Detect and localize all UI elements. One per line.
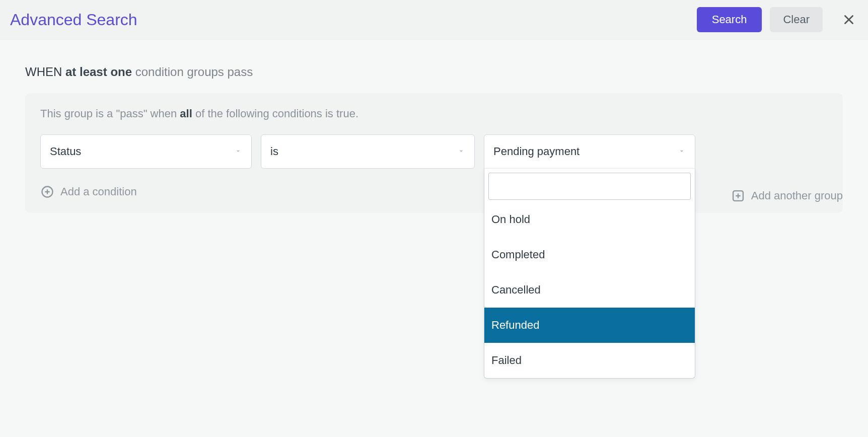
clear-button[interactable]: Clear <box>770 7 823 32</box>
outer-footer: Add another group <box>0 189 868 203</box>
dropdown-option[interactable]: Completed <box>484 237 695 272</box>
close-icon[interactable] <box>840 11 858 29</box>
when-mode-dropdown[interactable]: at least one <box>65 65 132 79</box>
condition-row: Status is Pending payment <box>40 134 828 169</box>
chevron-down-icon <box>457 145 465 158</box>
when-sentence: WHEN at least one condition groups pass <box>25 65 843 79</box>
group-desc-suffix: of the following conditions is true. <box>195 107 358 120</box>
add-group-label: Add another group <box>751 189 843 202</box>
dropdown-option[interactable]: Failed <box>484 343 695 378</box>
chevron-down-icon <box>678 145 686 158</box>
group-mode-dropdown[interactable]: all <box>180 107 192 120</box>
operator-select-label: is <box>270 145 452 158</box>
header-bar: Advanced Search Search Clear <box>0 0 868 40</box>
group-desc-prefix: This group is a "pass" when <box>40 107 177 120</box>
operator-select[interactable]: is <box>261 134 475 169</box>
dropdown-option[interactable]: On hold <box>484 202 695 237</box>
search-button[interactable]: Search <box>697 7 762 32</box>
field-select-label: Status <box>50 145 229 158</box>
value-dropdown-panel: On holdCompletedCancelledRefundedFailed <box>484 168 695 379</box>
plus-square-icon <box>731 189 745 203</box>
value-select[interactable]: Pending payment On holdCompletedCancelle… <box>484 134 695 169</box>
content-area: WHEN at least one condition groups pass … <box>0 40 868 213</box>
page-title: Advanced Search <box>10 11 689 29</box>
add-group-button[interactable]: Add another group <box>731 189 843 203</box>
dropdown-option[interactable]: Refunded <box>484 308 695 343</box>
dropdown-list[interactable]: On holdCompletedCancelledRefundedFailed <box>484 202 695 378</box>
dropdown-search-wrap <box>484 169 695 202</box>
chevron-down-icon <box>234 145 242 158</box>
group-description: This group is a "pass" when all of the f… <box>40 107 828 120</box>
when-prefix: WHEN <box>25 65 62 79</box>
dropdown-option[interactable]: Cancelled <box>484 272 695 308</box>
field-select[interactable]: Status <box>40 134 252 169</box>
dropdown-search-input[interactable] <box>488 173 691 200</box>
when-suffix: condition groups pass <box>135 65 253 79</box>
value-select-label: Pending payment <box>493 145 673 158</box>
